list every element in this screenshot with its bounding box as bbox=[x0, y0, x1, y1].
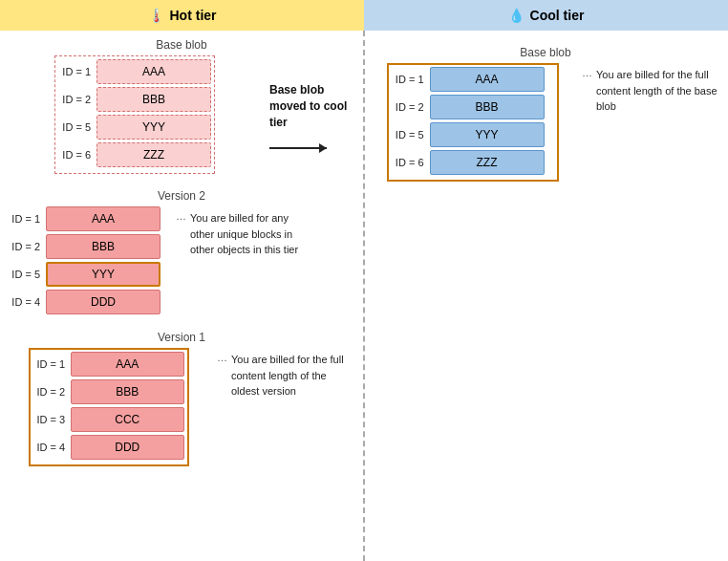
cell-aaa: AAA bbox=[430, 67, 545, 92]
vertical-divider bbox=[363, 31, 365, 561]
table-row: ID = 5 YYY bbox=[58, 115, 211, 140]
cell-ddd: DDD bbox=[46, 290, 161, 314]
row-id: ID = 5 bbox=[8, 269, 46, 280]
version2-section: Version 2 ID = 1 AAA ID = 2 BBB ID = 5 bbox=[8, 189, 355, 317]
cool-base-annotation: You are billed for the full content leng… bbox=[596, 67, 720, 115]
version1-section: Version 1 ID = 1 AAA ID = 2 BBB ID = 3 bbox=[8, 331, 355, 466]
cell-bbb: BBB bbox=[430, 95, 545, 119]
table-row: ID = 2 BBB bbox=[392, 95, 554, 119]
version1-title: Version 1 bbox=[8, 331, 355, 344]
row-id: ID = 6 bbox=[392, 157, 430, 168]
table-row: ID = 6 ZZZ bbox=[58, 142, 211, 167]
table-row: ID = 1 AAA bbox=[33, 352, 184, 377]
move-arrow bbox=[269, 147, 327, 149]
hot-tier-panel: Base blob ID = 1 AAA ID = 2 BBB I bbox=[0, 31, 363, 466]
cell-yyy-highlighted: YYY bbox=[46, 262, 161, 287]
version1-box: ID = 1 AAA ID = 2 BBB ID = 3 CCC ID = bbox=[29, 348, 189, 466]
row-id: ID = 1 bbox=[33, 358, 72, 370]
cool-tier-panel: Base blob ID = 1 AAA ID = 2 BBB ID = 5 bbox=[363, 31, 728, 466]
move-arrow-area: Base blob moved to cool tier bbox=[269, 55, 355, 149]
annotation-dots: … bbox=[582, 67, 592, 78]
hot-tier-label: Hot tier bbox=[170, 8, 217, 23]
table-row: ID = 4 DDD bbox=[8, 290, 168, 314]
version1-annotation-area: … You are billed for the full content le… bbox=[217, 348, 355, 399]
row-id: ID = 4 bbox=[8, 296, 46, 308]
table-row: ID = 2 BBB bbox=[58, 87, 211, 112]
table-row: ID = 1 AAA bbox=[58, 59, 211, 84]
cell-bbb: BBB bbox=[96, 87, 211, 112]
annotation-dots: … bbox=[217, 352, 227, 363]
table-row: ID = 6 ZZZ bbox=[392, 150, 554, 175]
cell-bbb: BBB bbox=[71, 379, 183, 404]
row-id: ID = 5 bbox=[58, 121, 96, 133]
cell-ddd: DDD bbox=[71, 435, 183, 460]
row-id: ID = 1 bbox=[392, 74, 430, 85]
row-id: ID = 6 bbox=[58, 149, 96, 161]
cool-base-blob-box: ID = 1 AAA ID = 2 BBB ID = 5 YYY ID = bbox=[387, 63, 559, 182]
row-id: ID = 1 bbox=[8, 213, 46, 225]
cell-ccc: CCC bbox=[71, 407, 183, 432]
row-id: ID = 2 bbox=[8, 241, 46, 252]
table-row: ID = 2 BBB bbox=[33, 379, 184, 404]
table-row: ID = 3 CCC bbox=[33, 407, 184, 432]
hot-base-blob-title: Base blob bbox=[8, 38, 355, 52]
cell-aaa: AAA bbox=[46, 206, 161, 231]
cell-aaa: AAA bbox=[96, 59, 211, 84]
hot-tier-header: 🌡️ Hot tier bbox=[0, 0, 364, 31]
cool-base-blob-title: Base blob bbox=[371, 46, 720, 59]
content-area: Base blob ID = 1 AAA ID = 2 BBB I bbox=[0, 31, 728, 466]
version2-box: ID = 1 AAA ID = 2 BBB ID = 5 YYY ID = bbox=[8, 206, 168, 317]
row-id: ID = 2 bbox=[392, 101, 430, 113]
table-row: ID = 4 DDD bbox=[33, 435, 184, 460]
cell-zzz: ZZZ bbox=[430, 150, 545, 175]
row-id: ID = 1 bbox=[58, 66, 96, 77]
version2-annotation: You are billed for any other unique bloc… bbox=[190, 210, 314, 258]
row-id: ID = 2 bbox=[33, 386, 72, 398]
cell-yyy: YYY bbox=[96, 115, 211, 140]
hot-base-blob-box: ID = 1 AAA ID = 2 BBB ID = 5 YYY ID = bbox=[54, 55, 215, 174]
row-id: ID = 5 bbox=[392, 129, 430, 140]
table-row: ID = 1 AAA bbox=[8, 206, 168, 231]
header-bar: 🌡️ Hot tier 💧 Cool tier bbox=[0, 0, 728, 31]
version2-annotation-area: … You are billed for any other unique bl… bbox=[176, 206, 314, 258]
diagram-container: 🌡️ Hot tier 💧 Cool tier Base blob ID = 1… bbox=[0, 0, 728, 530]
row-id: ID = 2 bbox=[58, 94, 96, 105]
cell-aaa: AAA bbox=[71, 352, 183, 377]
move-label: Base blob moved to cool tier bbox=[269, 82, 355, 130]
cool-tier-label: Cool tier bbox=[530, 8, 585, 23]
cell-zzz: ZZZ bbox=[96, 142, 211, 167]
row-id: ID = 3 bbox=[33, 414, 72, 425]
row-id: ID = 4 bbox=[33, 442, 72, 453]
cool-tier-header: 💧 Cool tier bbox=[364, 0, 728, 31]
annotation-dots: … bbox=[176, 210, 186, 222]
cool-icon: 💧 bbox=[508, 8, 525, 23]
cool-base-blob-section: Base blob ID = 1 AAA ID = 2 BBB ID = 5 bbox=[371, 46, 720, 182]
cool-base-annotation-area: … You are billed for the full content le… bbox=[582, 63, 720, 115]
table-row: ID = 2 BBB bbox=[8, 234, 168, 259]
table-row: ID = 5 YYY bbox=[8, 262, 168, 287]
version1-annotation: You are billed for the full content leng… bbox=[231, 352, 355, 399]
cell-bbb: BBB bbox=[46, 234, 161, 259]
table-row: ID = 5 YYY bbox=[392, 122, 554, 147]
cell-yyy: YYY bbox=[430, 122, 545, 147]
hot-base-blob-section: Base blob ID = 1 AAA ID = 2 BBB I bbox=[8, 38, 355, 174]
version2-title: Version 2 bbox=[8, 189, 355, 203]
hot-icon: 🌡️ bbox=[148, 8, 164, 23]
table-row: ID = 1 AAA bbox=[392, 67, 554, 92]
